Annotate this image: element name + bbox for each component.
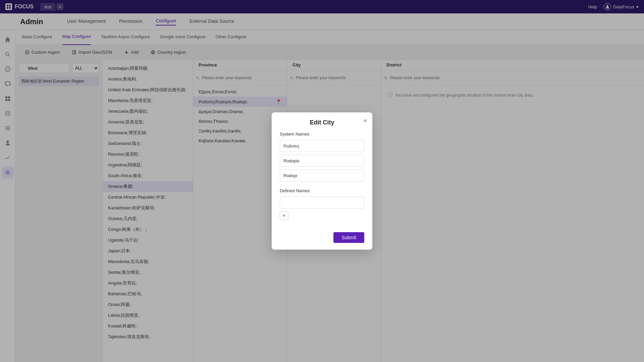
system-name-input-3[interactable] xyxy=(280,169,364,182)
system-names-label: System Names xyxy=(280,132,364,137)
defined-names-label: Defined Names xyxy=(280,188,364,193)
modal-footer: Submit xyxy=(272,227,372,250)
system-name-input-1[interactable] xyxy=(280,140,364,152)
defined-name-input[interactable] xyxy=(280,197,364,209)
add-defined-name-button[interactable]: + xyxy=(280,211,288,220)
modal-body: System Names Defined Names + xyxy=(272,132,372,227)
modal-overlay: Edit City × System Names Defined Names +… xyxy=(0,0,644,362)
modal-title: Edit City xyxy=(310,119,334,126)
edit-city-modal: Edit City × System Names Defined Names +… xyxy=(272,112,372,250)
system-name-input-2[interactable] xyxy=(280,155,364,167)
submit-button[interactable]: Submit xyxy=(333,232,364,243)
add-defined-name-icon: + xyxy=(282,213,285,219)
modal-close-button[interactable]: × xyxy=(363,118,367,124)
modal-header: Edit City × xyxy=(272,112,372,132)
